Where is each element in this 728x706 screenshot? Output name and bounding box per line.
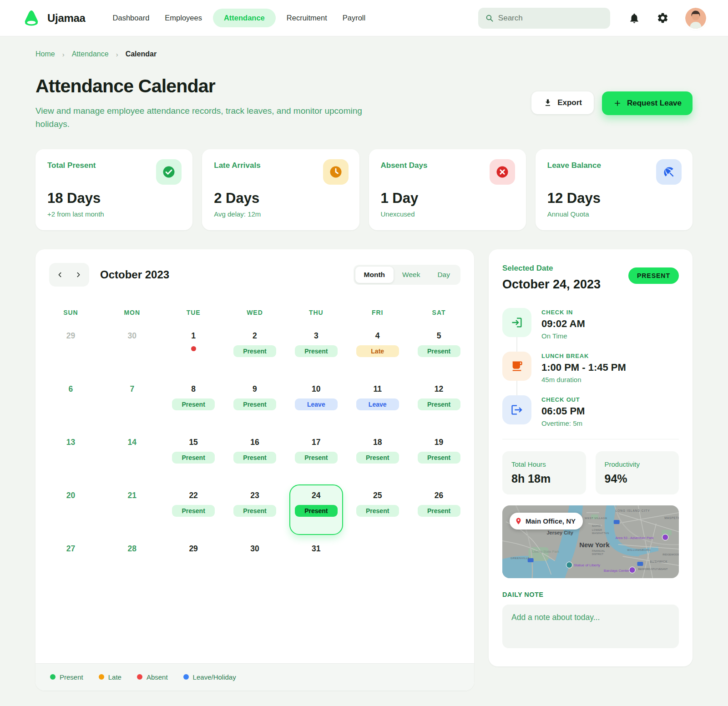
calendar-day[interactable]: 22Present — [163, 484, 224, 538]
stat-card-absent-days: Absent Days 1 Day Unexcused — [369, 149, 526, 230]
calendar-day[interactable]: 10Leave — [285, 378, 347, 431]
dow-label: WED — [224, 300, 286, 325]
calendar-day[interactable]: 6 — [40, 378, 101, 431]
calendar-day[interactable]: 5Present — [408, 325, 470, 378]
calendar-day — [347, 538, 408, 591]
calendar-day[interactable]: 4Late — [347, 325, 408, 378]
calendar-day[interactable]: 19Present — [408, 431, 470, 484]
breadcrumb-attendance[interactable]: Attendance — [72, 50, 109, 58]
calendar-day[interactable]: 15Present — [163, 431, 224, 484]
metric-productivity: Productivity 94% — [596, 451, 679, 494]
page-subtitle: View and manage employee attendance reco… — [35, 104, 390, 131]
day-number: 26 — [435, 491, 443, 500]
attendance-badge: Present — [295, 452, 338, 464]
calendar-day[interactable]: 14 — [101, 431, 163, 484]
nav-dashboard[interactable]: Dashboard — [108, 9, 154, 27]
calendar-day[interactable]: 18Present — [347, 431, 408, 484]
day-number: 11 — [373, 384, 382, 394]
breadcrumb-home[interactable]: Home — [35, 50, 55, 58]
calendar-day[interactable]: 30 — [101, 325, 163, 378]
calendar-day[interactable]: 2Present — [224, 325, 286, 378]
day-number: 6 — [69, 384, 73, 394]
notifications-button[interactable] — [628, 12, 640, 24]
svg-text:MASPETH: MASPETH — [664, 516, 679, 519]
svg-text:Statue of Liberty: Statue of Liberty — [574, 563, 600, 567]
next-month-button[interactable] — [69, 265, 87, 285]
calendar-day[interactable]: 3Present — [285, 325, 347, 378]
svg-text:BEDFORD-STUYVESANT: BEDFORD-STUYVESANT — [638, 568, 668, 570]
stat-value: 2 Days — [214, 190, 347, 207]
calendar-day[interactable]: 8Present — [163, 378, 224, 431]
calendar-day[interactable]: 24Present — [285, 484, 347, 538]
nav-payroll[interactable]: Payroll — [338, 9, 370, 27]
calendar-day[interactable]: 7 — [101, 378, 163, 431]
timeline-value: 06:05 PM — [541, 405, 585, 417]
view-month-button[interactable]: Month — [355, 267, 394, 283]
view-week-button[interactable]: Week — [394, 267, 429, 283]
timeline-label: LUNCH BREAK — [541, 353, 626, 359]
calendar-day[interactable]: 20 — [40, 484, 101, 538]
absent-dot — [191, 346, 196, 351]
prev-month-button[interactable] — [51, 265, 69, 285]
calendar-day[interactable]: 13 — [40, 431, 101, 484]
calendar-day[interactable]: 11Leave — [347, 378, 408, 431]
calendar-day[interactable]: 9Present — [224, 378, 286, 431]
calendar-day[interactable]: 27 — [40, 538, 101, 591]
plus-icon — [613, 99, 622, 108]
avatar-illustration — [685, 8, 706, 29]
calendar-day[interactable]: 28 — [101, 538, 163, 591]
settings-button[interactable] — [657, 12, 669, 24]
attendance-badge: Present — [418, 398, 460, 410]
timeline-label: CHECK IN — [541, 309, 585, 316]
attendance-badge: Present — [172, 452, 215, 464]
calendar-day[interactable]: 12Present — [408, 378, 470, 431]
calendar-day[interactable]: 30 — [224, 538, 286, 591]
attendance-badge: Present — [172, 398, 215, 410]
day-number: 15 — [189, 438, 197, 447]
calendar-day[interactable]: 29 — [163, 538, 224, 591]
view-switcher: Month Week Day — [354, 265, 460, 285]
nav-attendance[interactable]: Attendance — [213, 9, 276, 27]
dow-label: SUN — [40, 300, 101, 325]
day-number: 21 — [128, 491, 136, 500]
office-location-map[interactable]: LONG ISLAND CITY MASPETH WEST VILLAGE SO… — [502, 505, 679, 578]
daily-note-input[interactable] — [502, 605, 679, 648]
breadcrumb-current: Calendar — [126, 50, 157, 58]
attendance-badge: Present — [233, 398, 276, 410]
calendar-day[interactable]: 1 — [163, 325, 224, 378]
day-number: 22 — [189, 491, 197, 500]
view-day-button[interactable]: Day — [429, 267, 459, 283]
calendar-day[interactable]: 29 — [40, 325, 101, 378]
dow-label: THU — [285, 300, 347, 325]
attendance-badge: Present — [233, 452, 276, 464]
day-number: 17 — [312, 438, 320, 447]
calendar-day[interactable]: 17Present — [285, 431, 347, 484]
svg-text:Area 53 - Adventure Park: Area 53 - Adventure Park — [616, 536, 654, 540]
search-input[interactable] — [498, 14, 603, 23]
stat-card-total-present: Total Present 18 Days +2 from last month — [35, 149, 192, 230]
brand[interactable]: Ujamaa — [22, 9, 86, 28]
day-number: 1 — [191, 331, 196, 341]
day-number: 24 — [312, 491, 320, 500]
attendance-badge: Leave — [295, 398, 338, 410]
calendar-day[interactable]: 16Present — [224, 431, 286, 484]
stat-sub: Annual Quota — [547, 210, 681, 218]
attendance-badge: Present — [356, 452, 399, 464]
legend-dot-icon — [183, 674, 189, 680]
day-number: 10 — [312, 384, 320, 394]
calendar-day[interactable]: 21 — [101, 484, 163, 538]
calendar-day[interactable]: 31 — [285, 538, 347, 591]
breadcrumb-separator-icon: › — [116, 50, 118, 58]
nav-recruitment[interactable]: Recruitment — [282, 9, 332, 27]
calendar-day[interactable]: 26Present — [408, 484, 470, 538]
export-button[interactable]: Export — [531, 91, 594, 114]
calendar-day[interactable]: 25Present — [347, 484, 408, 538]
nav-employees[interactable]: Employees — [160, 9, 207, 27]
attendance-badge: Late — [356, 345, 399, 357]
request-leave-button[interactable]: Request Leave — [602, 91, 693, 115]
user-avatar[interactable] — [685, 8, 706, 29]
search-box[interactable] — [478, 8, 610, 29]
svg-text:SOHO: SOHO — [592, 524, 601, 527]
attendance-badge: Present — [172, 505, 215, 517]
calendar-day[interactable]: 23Present — [224, 484, 286, 538]
